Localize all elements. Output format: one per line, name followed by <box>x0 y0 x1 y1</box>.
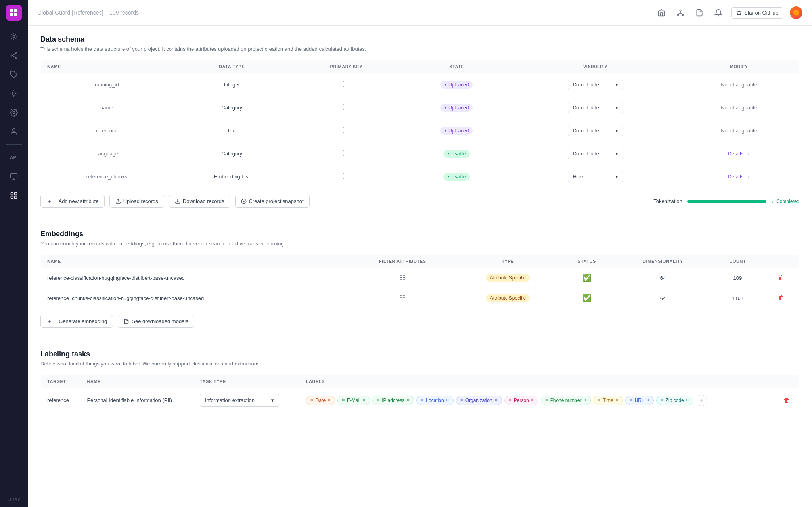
chevron-down-icon: ▾ <box>615 105 618 111</box>
label-tag[interactable]: ✏ Date ✕ <box>306 396 335 405</box>
create-snapshot-button[interactable]: Create project snapshot <box>235 195 310 208</box>
data-schema-table: NAME DATA TYPE PRIMARY KEY STATE VISIBIL… <box>40 60 799 188</box>
tag-close-icon[interactable]: ✕ <box>686 398 689 403</box>
row-primary-key[interactable] <box>291 96 402 119</box>
embed-dimensionality: 64 <box>615 288 711 308</box>
row-visibility[interactable]: Do not hide ▾ <box>512 96 679 119</box>
upload-records-button[interactable]: Upload records <box>109 195 164 208</box>
delete-task-icon[interactable]: 🗑 <box>783 397 790 404</box>
label-task-type[interactable]: Information extraction ▾ <box>193 388 300 413</box>
app-logo[interactable] <box>6 5 22 21</box>
visibility-dropdown[interactable]: Hide ▾ <box>568 171 623 182</box>
add-label-button[interactable]: + <box>696 395 707 406</box>
tag-close-icon[interactable]: ✕ <box>530 398 534 403</box>
primary-key-checkbox[interactable] <box>343 81 349 87</box>
project-name: Global Guard [References] <box>37 10 103 16</box>
row-modify: Not changeable <box>679 96 799 119</box>
sidebar-item-dashboard[interactable] <box>6 29 22 44</box>
row-visibility[interactable]: Do not hide ▾ <box>512 119 679 142</box>
sidebar-item-api[interactable]: API <box>6 149 22 165</box>
svg-rect-18 <box>11 174 17 178</box>
row-visibility[interactable]: Do not hide ▾ <box>512 142 679 165</box>
primary-key-checkbox[interactable] <box>343 127 349 133</box>
modify-link[interactable]: Details → <box>728 174 750 180</box>
sidebar-item-user[interactable] <box>6 124 22 140</box>
bell-icon[interactable] <box>712 6 725 19</box>
row-name: reference_chunks <box>41 165 173 188</box>
visibility-dropdown[interactable]: Do not hide ▾ <box>568 125 623 136</box>
sidebar-item-tags[interactable] <box>6 67 22 82</box>
embed-filter[interactable]: ☷ <box>349 288 457 308</box>
svg-point-11 <box>12 92 15 95</box>
row-data-type: Category <box>173 142 291 165</box>
row-visibility[interactable]: Do not hide ▾ <box>512 73 679 96</box>
primary-key-checkbox[interactable] <box>343 104 349 110</box>
primary-key-checkbox[interactable] <box>343 173 349 179</box>
sidebar-item-graph[interactable] <box>6 48 22 63</box>
home-icon[interactable] <box>655 6 668 19</box>
row-name: Language <box>41 142 173 165</box>
label-name: Personal Identifiable Information (PII) <box>80 388 193 413</box>
tag-close-icon[interactable]: ✕ <box>583 398 586 403</box>
embed-delete-cell[interactable]: 🗑 <box>764 288 799 308</box>
primary-key-checkbox[interactable] <box>343 150 349 156</box>
label-tag[interactable]: ✏ Phone number ✕ <box>541 396 591 405</box>
label-tag[interactable]: ✏ Time ✕ <box>593 396 622 405</box>
row-visibility[interactable]: Hide ▾ <box>512 165 679 188</box>
sidebar-item-component[interactable] <box>6 187 22 203</box>
label-tag[interactable]: ✏ Zip code ✕ <box>656 396 693 405</box>
svg-line-9 <box>12 55 15 57</box>
row-primary-key[interactable] <box>291 142 402 165</box>
label-tag[interactable]: ✏ Organization ✕ <box>456 396 502 405</box>
filter-doc-icon[interactable]: ☷ <box>399 274 406 282</box>
task-type-dropdown[interactable]: Information extraction ▾ <box>200 394 279 407</box>
visibility-dropdown[interactable]: Do not hide ▾ <box>568 148 623 159</box>
filter-doc-icon[interactable]: ☷ <box>399 294 406 302</box>
label-tag[interactable]: ✏ E-Mail ✕ <box>337 396 370 405</box>
tag-close-icon[interactable]: ✕ <box>615 398 619 403</box>
network-icon[interactable] <box>674 6 687 19</box>
row-primary-key[interactable] <box>291 165 402 188</box>
embed-delete-cell[interactable]: 🗑 <box>764 268 799 288</box>
avatar[interactable]: 🟠 <box>790 6 802 19</box>
row-primary-key[interactable] <box>291 119 402 142</box>
label-tag[interactable]: ✏ URL ✕ <box>625 396 654 405</box>
tokenization-label: Tokenization <box>653 198 682 204</box>
doc-icon[interactable] <box>693 6 706 19</box>
delete-embedding-icon[interactable]: 🗑 <box>778 295 785 301</box>
table-row: reference-classification-huggingface-dis… <box>41 268 799 288</box>
tag-close-icon[interactable]: ✕ <box>646 398 649 403</box>
modify-link[interactable]: Details → <box>728 151 750 157</box>
embed-filter[interactable]: ☷ <box>349 268 457 288</box>
svg-rect-24 <box>11 196 13 199</box>
row-modify[interactable]: Details → <box>679 165 799 188</box>
download-records-button[interactable]: Download records <box>169 195 230 208</box>
see-models-button[interactable]: See downloaded models <box>118 315 194 328</box>
label-tag[interactable]: ✏ IP address ✕ <box>372 396 414 405</box>
star-github-button[interactable]: Star on GitHub <box>731 7 783 19</box>
tag-close-icon[interactable]: ✕ <box>362 398 366 403</box>
sidebar-item-bulb[interactable] <box>6 86 22 101</box>
embeddings-actions-row: + Generate embedding See downloaded mode… <box>40 308 799 334</box>
tag-close-icon[interactable]: ✕ <box>406 398 410 403</box>
label-tags: ✏ Date ✕ ✏ E-Mail ✕ ✏ IP address ✕ ✏ Loc… <box>306 395 771 406</box>
labeling-tasks-description: Define what kind of things you want to l… <box>40 361 799 367</box>
row-modify[interactable]: Details → <box>679 142 799 165</box>
row-primary-key[interactable] <box>291 73 402 96</box>
tag-close-icon[interactable]: ✕ <box>327 398 331 403</box>
label-tag[interactable]: ✏ Location ✕ <box>416 396 453 405</box>
delete-embedding-icon[interactable]: 🗑 <box>778 274 785 281</box>
sidebar-item-settings[interactable] <box>6 105 22 121</box>
visibility-dropdown[interactable]: Do not hide ▾ <box>568 79 623 90</box>
generate-embedding-button[interactable]: + Generate embedding <box>40 315 113 328</box>
edit-icon: ✏ <box>310 398 314 403</box>
label-delete-cell[interactable]: 🗑 <box>777 388 799 413</box>
col-data-type: DATA TYPE <box>173 60 291 73</box>
sidebar-item-target[interactable] <box>6 168 22 184</box>
label-tag[interactable]: ✏ Person ✕ <box>504 396 538 405</box>
tag-close-icon[interactable]: ✕ <box>446 398 449 403</box>
svg-point-7 <box>15 57 17 58</box>
add-attribute-button[interactable]: + Add new attribute <box>40 195 105 208</box>
tag-close-icon[interactable]: ✕ <box>494 398 498 403</box>
visibility-dropdown[interactable]: Do not hide ▾ <box>568 102 623 113</box>
